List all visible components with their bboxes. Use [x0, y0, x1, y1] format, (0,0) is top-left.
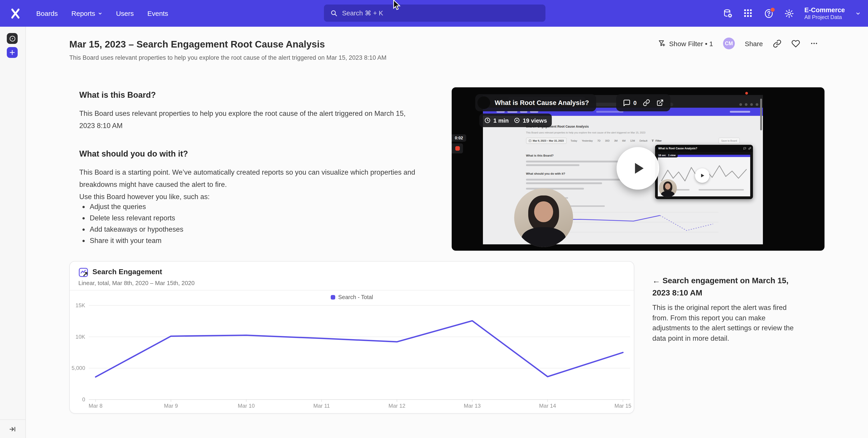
nav-item-boards[interactable]: Boards — [36, 9, 58, 17]
copy-link-button[interactable] — [773, 39, 781, 48]
video-title: What is Root Cause Analysis? — [495, 99, 589, 106]
svg-text:Mar 14: Mar 14 — [539, 403, 556, 409]
show-filter-button[interactable]: Show Filter • 1 — [658, 39, 713, 47]
video-link-icon[interactable] — [643, 99, 650, 106]
video-views: 19 views — [523, 117, 547, 124]
recording-dot — [745, 92, 748, 95]
board-controls: Show Filter • 1 CM Share — [658, 36, 818, 51]
doc-heading-1: What is this Board? — [79, 91, 156, 100]
mini-range-button: 6M — [621, 138, 626, 143]
recorded-date-range: Mar 9, 2023 – Mar 15, 2023 — [526, 138, 566, 144]
ellipsis-icon — [810, 39, 818, 47]
show-filter-label: Show Filter • 1 — [669, 40, 713, 47]
svg-text:Mar 15: Mar 15 — [615, 403, 631, 409]
mini-presenter-webcam — [659, 179, 677, 197]
svg-text:Mar 12: Mar 12 — [389, 403, 405, 409]
filter-plus-icon — [658, 39, 666, 47]
nav-right-cluster: E-Commerce All Project Data — [723, 0, 861, 27]
mini-range-button: Default — [639, 138, 648, 143]
video-duration: 1 min — [493, 117, 509, 124]
record-button — [452, 143, 463, 154]
mini-range-button: Yesterday — [581, 138, 594, 143]
expand-right-icon — [9, 426, 16, 433]
svg-text:Mar 13: Mar 13 — [464, 403, 481, 409]
svg-text:Mar 8: Mar 8 — [89, 403, 102, 409]
project-chevron-icon[interactable] — [855, 11, 861, 16]
mini-range-button: 7D — [596, 138, 601, 143]
avatar[interactable]: CM — [723, 38, 735, 49]
plus-icon — [9, 49, 16, 56]
search-icon — [330, 9, 338, 17]
svg-text:15K: 15K — [75, 302, 85, 308]
mini-range-button: Today — [570, 138, 578, 143]
recorded-mini-player: What is Root Cause Analysis? 18 sec1 vie… — [655, 145, 753, 199]
play-button[interactable] — [617, 147, 659, 190]
recorded-save-to-board: Save to Board — [718, 138, 740, 144]
recorded-scrollbar — [760, 99, 762, 130]
recording-timer: 0:02 — [452, 134, 466, 142]
project-switcher[interactable]: E-Commerce All Project Data — [804, 6, 845, 21]
side-note-heading: ← Search engagement on March 15, 2023 8:… — [652, 275, 793, 299]
bullet-item: Add takeaways or hypotheses — [90, 225, 184, 234]
bullet-item: Adjust the queries — [90, 203, 184, 211]
doc-paragraph-3: Use this Board however you like, such as… — [79, 191, 418, 203]
funnel-icon — [651, 139, 654, 142]
share-button[interactable]: Share — [745, 40, 763, 47]
settings-gear-icon[interactable] — [784, 8, 794, 18]
data-management-icon[interactable] — [723, 8, 733, 18]
recorded-date-controls: Mar 9, 2023 – Mar 15, 2023 TodayYesterda… — [526, 138, 662, 144]
mini-play-button — [695, 168, 709, 183]
video-player[interactable]: Search Engagement Root Cause Analysis Th… — [452, 87, 825, 251]
mixpanel-logo-icon[interactable] — [10, 8, 21, 19]
nav-item-users[interactable]: Users — [116, 9, 134, 17]
mini-player-title: What is Root Cause Analysis? — [658, 147, 741, 150]
doc-paragraph-1: This Board uses relevant properties to h… — [79, 107, 418, 132]
board-subtitle: This Board uses relevant properties to h… — [69, 54, 386, 61]
comment-icon — [623, 99, 630, 107]
doc-bullet-list: Adjust the queriesDelete less relevant r… — [81, 203, 184, 248]
board-title: Mar 15, 2023 – Search Engagement Root Ca… — [69, 39, 325, 50]
expand-sidebar-button[interactable] — [9, 426, 16, 433]
help-icon[interactable] — [764, 8, 774, 18]
create-board-button[interactable] — [7, 47, 18, 58]
mini-link-icon — [748, 147, 751, 150]
svg-text:Mar 9: Mar 9 — [164, 403, 178, 409]
line-chart: 05,00010K15KMar 8Mar 9Mar 10Mar 11Mar 12… — [70, 262, 634, 413]
calendar-icon — [529, 139, 531, 142]
screen: Boards Reports Users Events Search ⌘ + K — [0, 0, 868, 438]
doc-heading-2: What should you do with it? — [79, 149, 188, 159]
presenter-webcam — [514, 188, 573, 247]
notification-dot — [770, 7, 775, 12]
recorded-h2: What should you do with it? — [526, 172, 565, 175]
nav-item-events[interactable]: Events — [147, 9, 168, 17]
mini-range-button: 30D — [604, 138, 611, 143]
video-title-pill: What is Root Cause Analysis? — [475, 94, 596, 111]
mouse-cursor — [392, 0, 401, 11]
more-menu-button[interactable] — [810, 39, 818, 47]
video-actions-pill: 0 — [616, 94, 671, 111]
video-external-icon[interactable] — [656, 99, 664, 106]
video-comments-button[interactable]: 0 — [623, 99, 637, 107]
apps-grid-icon[interactable] — [743, 8, 753, 18]
mini-player-meta: 18 sec1 view — [656, 153, 678, 158]
bullet-item: Share it with your team — [90, 237, 184, 245]
app: Boards Reports Users Events Search ⌘ + K — [0, 0, 868, 438]
mini-comment-icon — [743, 147, 746, 150]
search-input[interactable]: Search ⌘ + K — [324, 4, 546, 22]
favorite-button[interactable] — [792, 39, 800, 48]
left-rail — [0, 27, 26, 438]
nav-item-reports[interactable]: Reports — [71, 9, 102, 17]
report-card-search-engagement[interactable]: Search Engagement Linear, total, Mar 8th… — [69, 261, 634, 413]
nav-links: Boards Reports Users Events — [36, 0, 168, 27]
compass-icon — [9, 35, 16, 42]
bullet-item: Delete less relevant reports — [90, 214, 184, 222]
project-name: E-Commerce — [804, 6, 845, 14]
rail-divider — [0, 419, 25, 420]
clock-icon — [484, 117, 491, 124]
discover-button[interactable] — [7, 33, 18, 44]
project-scope: All Project Data — [804, 14, 845, 21]
views-icon — [514, 117, 520, 124]
recorded-h1: What is this Board? — [526, 154, 554, 157]
recorded-range-buttons: TodayYesterday7D30D3M6M12MDefault — [570, 138, 648, 143]
mini-range-button: 3M — [613, 138, 618, 143]
